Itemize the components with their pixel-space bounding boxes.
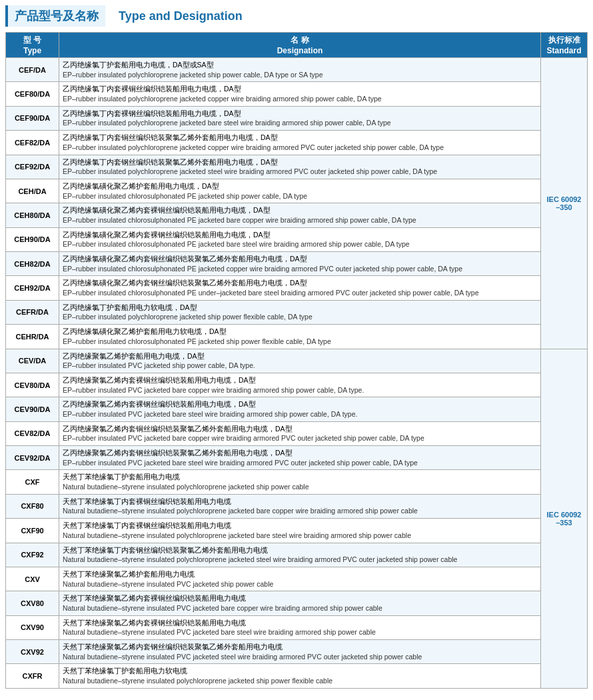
designation-cell: 乙丙绝缘氯磺化聚乙烯护套船用电力电缆，DA型EP–rubber insulate… [59,179,541,203]
designation-en: Natural butadiene–styrene insulated PVC … [63,579,537,589]
designation-en: Natural butadiene–styrene insulated poly… [63,676,537,686]
standard-cell: IEC 60092 –350 [541,58,588,349]
designation-en: Natural butadiene–styrene insulated PVC … [63,652,537,662]
type-cell: CEH/DA [6,179,59,203]
table-header-row: 型 号 Type 名 称 Designation 执行标准 Standard [6,33,588,58]
designation-zh: 乙丙绝缘氯丁护套船用电力软电缆，DA型 [63,303,537,313]
designation-cell: 天然丁苯绝缘聚氯乙烯内套钢丝编织铠装聚氯乙烯外套船用电力电缆Natural bu… [59,640,541,664]
type-cell: CEV82/DA [6,421,59,445]
designation-cell: 天然丁苯绝缘聚氯乙烯内套裸钢丝编织铠装船用电力电缆Natural butadie… [59,615,541,639]
designation-en: EP–rubber insulated chlorosulphonated PE… [63,288,537,298]
type-cell: CXF90 [6,519,59,543]
designation-cell: 天然丁苯绝缘氯丁内套裸铜丝编织铠装船用电力电缆Natural butadiene… [59,494,541,518]
table-row: CEV90/DA乙丙绝缘聚氯乙烯内套裸钢丝编织铠装船用电力电缆，DA型EP–ru… [6,397,588,421]
designation-en: Natural butadiene–styrene insulated poly… [63,482,537,492]
type-cell: CEH80/DA [6,203,59,227]
designation-cell: 乙丙绝缘氯丁内套裸钢丝编织铠装船用电力电缆，DA型EP–rubber insul… [59,106,541,130]
table-row: CXFR天然丁苯绝缘氯丁护套船用电力软电缆Natural butadiene–s… [6,664,588,688]
table-row: CEF80/DA乙丙绝缘氯丁内套裸铜丝编织铠装船用电力电缆，DA型EP–rubb… [6,82,588,106]
page-container: 产品型号及名称 Type and Designation 型 号 Type 名 … [0,0,593,694]
designation-cell: 乙丙绝缘聚氯乙烯内套裸钢丝编织铠装船用电力电缆，DA型EP–rubber ins… [59,397,541,421]
designation-cell: 乙丙绝缘氯丁护套船用电力软电缆，DA型EP–rubber insulated p… [59,300,541,324]
type-cell: CEV92/DA [6,446,59,470]
designation-cell: 乙丙绝缘氯磺化聚乙烯护套船用电力软电缆，DA型EP–rubber insulat… [59,325,541,349]
table-row: CXV90天然丁苯绝缘聚氯乙烯内套裸钢丝编织铠装船用电力电缆Natural bu… [6,615,588,639]
designation-zh: 乙丙绝缘聚氯乙烯内套铜丝编织铠装聚氯乙烯外套船用电力电缆，DA型 [63,424,537,434]
designation-cell: 乙丙绝缘聚氯乙烯内套铜丝编织铠装聚氯乙烯外套船用电力电缆，DA型EP–rubbe… [59,421,541,445]
designation-zh: 乙丙绝缘聚氯乙烯内套裸钢丝编织铠装船用电力电缆，DA型 [63,399,537,409]
designation-zh: 乙丙绝缘氯磺化聚乙烯内套裸钢丝编织铠装船用电力电缆，DA型 [63,230,537,240]
table-row: CEH92/DA乙丙绝缘氯磺化聚乙烯内套钢丝编织铠装聚氯乙烯外套船用电力电缆，D… [6,276,588,300]
table-row: CXV天然丁苯绝缘聚氯乙烯护套船用电力电缆Natural butadiene–s… [6,567,588,591]
designation-zh: 乙丙绝缘氯磺化聚乙烯内套钢丝编织铠装聚氯乙烯外套船用电力电缆，DA型 [63,278,537,288]
type-cell: CXV90 [6,615,59,639]
designation-cell: 乙丙绝缘氯磺化聚乙烯内套钢丝编织铠装聚氯乙烯外套船用电力电缆，DA型EP–rub… [59,276,541,300]
table-row: CXF90天然丁苯绝缘氯丁内套裸钢丝编织铠装船用电力电缆Natural buta… [6,519,588,543]
type-cell: CEH92/DA [6,276,59,300]
table-row: CXV92天然丁苯绝缘聚氯乙烯内套钢丝编织铠装聚氯乙烯外套船用电力电缆Natur… [6,640,588,664]
standard-cell: IEC 60092 –353 [541,349,588,688]
table-row: CEH82/DA乙丙绝缘氯磺化聚乙烯内套铜丝编织铠装聚氯乙烯外套船用电力电缆，D… [6,252,588,276]
designation-cell: 天然丁苯绝缘氯丁护套船用电力电缆Natural butadiene–styren… [59,470,541,494]
designation-zh: 天然丁苯绝缘氯丁内套钢丝编织铠装聚氯乙烯外套船用电力电缆 [63,545,537,555]
table-row: CEH80/DA乙丙绝缘氯磺化聚乙烯内套裸铜丝编织铠装船用电力电缆，DA型EP–… [6,203,588,227]
designation-zh: 天然丁苯绝缘聚氯乙烯内套裸铜丝编织铠装船用电力电缆 [63,593,537,603]
designation-zh: 乙丙绝缘氯丁内套铜丝编织铠装聚氯乙烯外套船用电力电缆，DA型 [63,133,537,143]
type-cell: CEF80/DA [6,82,59,106]
designation-zh: 天然丁苯绝缘氯丁护套船用电力软电缆 [63,666,537,676]
type-cell: CEF/DA [6,58,59,82]
designation-zh: 乙丙绝缘氯丁内套裸钢丝编织铠装船用电力电缆，DA型 [63,109,537,119]
type-cell: CXFR [6,664,59,688]
type-cell: CEF90/DA [6,106,59,130]
col-header-standard: 执行标准 Standard [541,33,588,58]
designation-cell: 天然丁苯绝缘聚氯乙烯内套裸铜丝编织铠装船用电力电缆Natural butadie… [59,591,541,615]
designation-en: Natural butadiene–styrene insulated poly… [63,555,537,565]
table-row: CEV/DA乙丙绝缘聚氯乙烯护套船用电力电缆，DA型EP–rubber insu… [6,349,588,373]
designation-cell: 乙丙绝缘氯磺化聚乙烯内套裸铜丝编织铠装船用电力电缆，DA型EP–rubber i… [59,203,541,227]
table-row: CEF92/DA乙丙绝缘氯丁内套钢丝编织铠装聚氯乙烯外套船用电力电缆，DA型EP… [6,155,588,179]
title-chinese: 产品型号及名称 [5,5,105,27]
designation-en: Natural butadiene–styrene insulated PVC … [63,627,537,637]
table-row: CEH/DA乙丙绝缘氯磺化聚乙烯护套船用电力电缆，DA型EP–rubber in… [6,179,588,203]
designation-cell: 乙丙绝缘聚氯乙烯内套裸铜丝编织铠装船用电力电缆，DA型EP–rubber ins… [59,373,541,397]
designation-cell: 乙丙绝缘氯磺化聚乙烯内套裸钢丝编织铠装船用电力电缆，DA型EP–rubber i… [59,227,541,251]
designation-zh: 天然丁苯绝缘氯丁内套裸铜丝编织铠装船用电力电缆 [63,497,537,507]
type-cell: CEF92/DA [6,155,59,179]
designation-zh: 乙丙绝缘氯磺化聚乙烯护套船用电力软电缆，DA型 [63,327,537,337]
table-row: CEF/DA乙丙绝缘氯丁护套船用电力电缆，DA型或SA型EP–rubber in… [6,58,588,82]
designation-en: EP–rubber insulated PVC jacketed bare st… [63,458,537,468]
table-row: CEV80/DA乙丙绝缘聚氯乙烯内套裸铜丝编织铠装船用电力电缆，DA型EP–ru… [6,373,588,397]
designation-zh: 乙丙绝缘聚氯乙烯护套船用电力电缆，DA型 [63,351,537,361]
table-row: CXF80天然丁苯绝缘氯丁内套裸铜丝编织铠装船用电力电缆Natural buta… [6,494,588,518]
designation-en: EP–rubber insulated polychloroprene jack… [63,94,537,104]
type-cell: CEH90/DA [6,227,59,251]
designation-en: EP–rubber insulated polychloroprene jack… [63,167,537,177]
table-row: CEFR/DA乙丙绝缘氯丁护套船用电力软电缆，DA型EP–rubber insu… [6,300,588,324]
designation-zh: 乙丙绝缘聚氯乙烯内套钢丝编织铠装聚氯乙烯外套船用电力电缆，DA型 [63,448,537,458]
type-cell: CXV [6,567,59,591]
designation-zh: 天然丁苯绝缘聚氯乙烯护套船用电力电缆 [63,569,537,579]
designation-zh: 乙丙绝缘氯磺化聚乙烯内套铜丝编织铠装聚氯乙烯外套船用电力电缆，DA型 [63,254,537,264]
title-english: Type and Designation [119,9,243,23]
designation-en: EP–rubber insulated polychloroprene jack… [63,70,537,80]
designation-zh: 乙丙绝缘氯磺化聚乙烯护套船用电力电缆，DA型 [63,181,537,191]
designation-zh: 乙丙绝缘氯磺化聚乙烯内套裸铜丝编织铠装船用电力电缆，DA型 [63,205,537,215]
table-row: CEHR/DA乙丙绝缘氯磺化聚乙烯护套船用电力软电缆，DA型EP–rubber … [6,325,588,349]
type-cell: CEV/DA [6,349,59,373]
type-cell: CEH82/DA [6,252,59,276]
type-cell: CXV80 [6,591,59,615]
designation-zh: 天然丁苯绝缘氯丁护套船用电力电缆 [63,472,537,482]
designation-cell: 天然丁苯绝缘氯丁护套船用电力软电缆Natural butadiene–styre… [59,664,541,688]
designation-en: Natural butadiene–styrene insulated poly… [63,506,537,516]
designation-en: Natural butadiene–styrene insulated poly… [63,531,537,541]
type-cell: CXF92 [6,543,59,567]
table-row: CXV80天然丁苯绝缘聚氯乙烯内套裸铜丝编织铠装船用电力电缆Natural bu… [6,591,588,615]
designation-cell: 乙丙绝缘聚氯乙烯护套船用电力电缆，DA型EP–rubber insulated … [59,349,541,373]
table-row: CEV82/DA乙丙绝缘聚氯乙烯内套铜丝编织铠装聚氯乙烯外套船用电力电缆，DA型… [6,421,588,445]
designation-en: EP–rubber insulated chlorosulphonated PE… [63,215,537,225]
table-row: CEH90/DA乙丙绝缘氯磺化聚乙烯内套裸钢丝编织铠装船用电力电缆，DA型EP–… [6,227,588,251]
type-cell: CEV80/DA [6,373,59,397]
designation-en: EP–rubber insulated chlorosulphonated PE… [63,337,537,347]
designation-en: EP–rubber insulated PVC jacketed ship po… [63,361,537,371]
type-cell: CEV90/DA [6,397,59,421]
